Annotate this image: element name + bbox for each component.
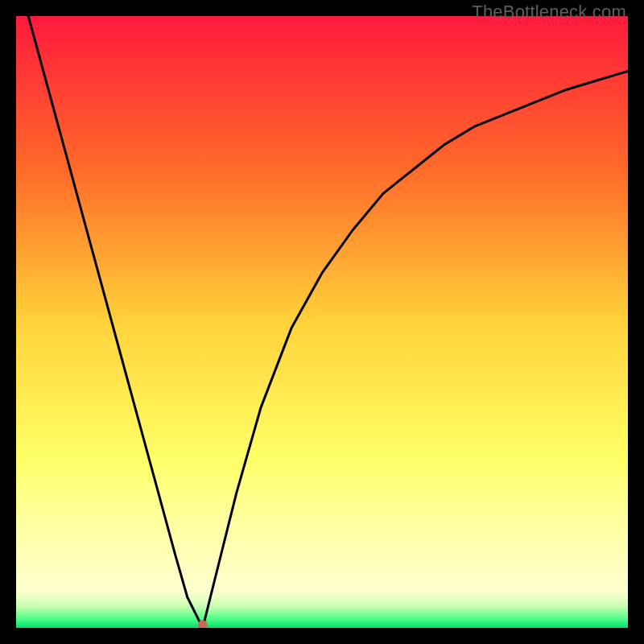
gradient-background bbox=[16, 16, 628, 628]
chart-svg bbox=[16, 16, 628, 628]
watermark-text: TheBottleneck.com bbox=[472, 2, 626, 23]
chart-frame bbox=[16, 16, 628, 628]
